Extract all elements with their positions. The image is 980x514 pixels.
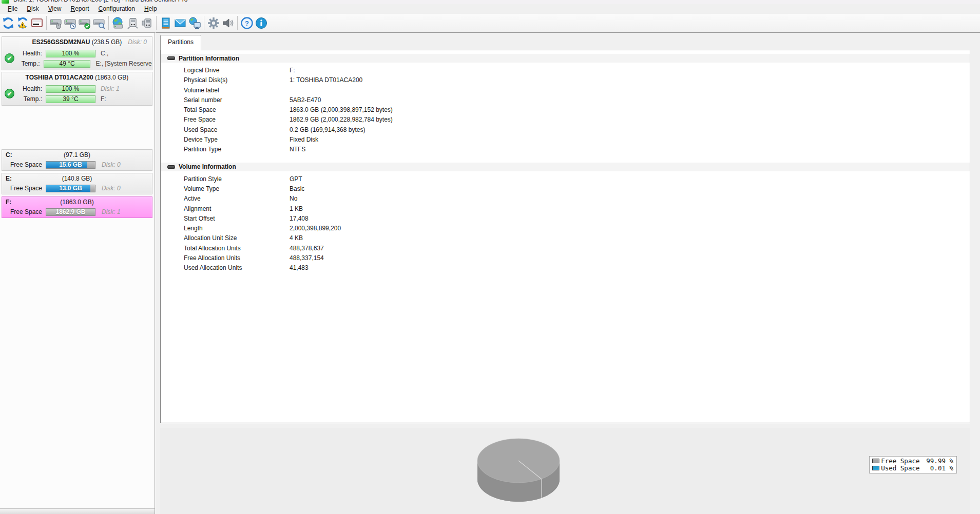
toolbar: ? xyxy=(0,14,980,32)
disk-drives: C:, xyxy=(101,50,108,57)
partition-drive: C: xyxy=(6,151,12,159)
partition-disk-number: Disk: 0 xyxy=(102,161,121,168)
free-space-bar: 13.0 GB xyxy=(46,185,95,192)
info-row: Used Space0.2 GB (169,914,368 bytes) xyxy=(161,125,970,135)
free-space-label: Free Space xyxy=(2,161,42,168)
disk-section-icon xyxy=(167,165,175,169)
legend-used-space: Used Space 0.01 % xyxy=(872,465,953,472)
partition-panel-e[interactable]: E: (140.8 GB) Free Space 13.0 GB Disk: 0 xyxy=(2,173,152,194)
info-row: Allocation Unit Size4 KB xyxy=(161,233,970,243)
legend-free-space: Free Space 99.99 % xyxy=(872,458,953,465)
sounds-icon[interactable] xyxy=(221,15,235,31)
disk-clock-icon[interactable] xyxy=(63,15,78,31)
info-row: Physical Disk(s)1: TOSHIBA DT01ACA200 xyxy=(161,75,970,85)
disk-display-icon[interactable] xyxy=(30,15,44,31)
section-partition-information: Partition Information Logical DriveF: Ph… xyxy=(161,54,970,155)
info-row: Logical DriveF: xyxy=(161,66,970,75)
disk-world-icon[interactable] xyxy=(111,15,125,31)
partition-info-panel: Partition Information Logical DriveF: Ph… xyxy=(160,50,970,423)
partition-panel-f[interactable]: F: (1863.0 GB) Free Space 1862.9 GB Disk… xyxy=(2,196,152,218)
menu-view[interactable]: View xyxy=(44,5,66,13)
free-space-bar: 1862.9 GB xyxy=(46,208,95,216)
free-space-swatch xyxy=(872,459,879,463)
disk-number: Disk: 1 xyxy=(101,85,120,92)
partition-drive: E: xyxy=(6,175,12,182)
free-space-label: Free Space xyxy=(2,208,42,215)
info-row: Partition StyleGPT xyxy=(161,174,970,184)
partition-disk-number: Disk: 0 xyxy=(102,185,121,192)
tab-partitions[interactable]: Partitions xyxy=(160,35,201,50)
partition-size: (140.8 GB) xyxy=(2,175,152,182)
information-icon[interactable] xyxy=(254,15,268,31)
info-row: Serial number5AB2-E470 xyxy=(161,95,970,105)
info-row: Free Allocation Units488,337,154 xyxy=(161,253,970,263)
menu-disk[interactable]: Disk xyxy=(22,5,43,13)
toolbar-separator xyxy=(108,16,109,30)
disk-name: TOSHIBA DT01ACA200 xyxy=(26,74,93,81)
disk-panel-1[interactable]: TOSHIBA DT01ACA200 (1863.0 GB) ✔ Health:… xyxy=(2,72,152,106)
temp-bar: 49 °C xyxy=(44,60,91,68)
disk-accept-icon[interactable] xyxy=(78,15,92,31)
partition-panel-c[interactable]: C: (97.1 GB) Free Space 15.6 GB Disk: 0 xyxy=(2,149,152,171)
disk-connect-icon[interactable] xyxy=(125,15,140,31)
menu-report[interactable]: Report xyxy=(66,5,94,13)
refresh-icon[interactable] xyxy=(1,15,15,31)
app-window: Disk: 1, TOSHIBA DT01ACA200 [2 TB] - Har… xyxy=(0,0,980,514)
info-row: Alignment1 KB xyxy=(161,204,970,214)
disk-name: ES256GSSDM2NAU xyxy=(32,38,90,46)
info-row: Partition TypeNTFS xyxy=(161,145,970,154)
info-row: Free Space1862.9 GB (2,000,228,982,784 b… xyxy=(161,115,970,125)
info-row: Start Offset17,408 xyxy=(161,214,970,224)
temp-bar: 39 °C xyxy=(46,95,95,103)
info-row: ActiveNo xyxy=(161,194,970,204)
free-space-label: Free Space xyxy=(2,185,42,192)
menu-configuration[interactable]: Configuration xyxy=(94,5,140,13)
info-row: Volume label xyxy=(161,86,970,95)
health-bar: 100 % xyxy=(46,50,95,57)
analyse-warning-icon[interactable] xyxy=(15,15,30,31)
disk-drives: E:, [System Reserved xyxy=(95,60,152,67)
disk-size: (1863.0 GB) xyxy=(95,74,128,81)
email-icon[interactable] xyxy=(173,15,187,31)
disk-size: (238.5 GB) xyxy=(92,38,122,46)
menu-help[interactable]: Help xyxy=(140,5,162,13)
toolbar-separator xyxy=(156,16,157,30)
settings-gear-icon[interactable] xyxy=(206,15,221,31)
section-volume-information: Volume Information Partition StyleGPT Vo… xyxy=(161,163,970,273)
health-label: Health: xyxy=(2,50,42,57)
disk-select-icon[interactable] xyxy=(49,15,63,31)
report-icon[interactable] xyxy=(159,15,173,31)
temp-label: Temp.: xyxy=(2,60,40,67)
info-row: Device TypeFixed Disk xyxy=(161,135,970,145)
temp-label: Temp.: xyxy=(2,95,42,103)
menu-bar: File Disk View Report Configuration Help xyxy=(0,4,980,14)
info-row: Length2,000,398,899,200 xyxy=(161,224,970,233)
disk-eject-icon[interactable] xyxy=(140,15,154,31)
disk-title: ES256GSSDM2NAU (238.5 GB) Disk: 0 xyxy=(2,37,152,47)
sidebar: ES256GSSDM2NAU (238.5 GB) Disk: 0 ✔ Heal… xyxy=(0,32,155,514)
sidebar-bottom-scrollbar[interactable] xyxy=(0,508,155,514)
health-bar: 100 % xyxy=(46,85,95,93)
partition-disk-number: Disk: 1 xyxy=(102,208,121,215)
info-row: Total Space1863.0 GB (2,000,398,897,152 … xyxy=(161,105,970,115)
disk-search-icon[interactable] xyxy=(92,15,106,31)
title-bar: Disk: 1, TOSHIBA DT01ACA200 [2 TB] - Har… xyxy=(0,0,980,4)
help-icon[interactable]: ? xyxy=(240,15,254,31)
disk-panel-0[interactable]: ES256GSSDM2NAU (238.5 GB) Disk: 0 ✔ Heal… xyxy=(2,36,152,70)
disk-number: Disk: 0 xyxy=(128,38,147,46)
free-space-bar: 15.6 GB xyxy=(46,161,95,169)
info-row: Volume TypeBasic xyxy=(161,184,970,194)
section-title: Partition Information xyxy=(179,55,239,62)
used-space-swatch xyxy=(872,466,879,470)
partition-size: (97.1 GB) xyxy=(2,151,152,159)
app-icon xyxy=(2,0,9,4)
network-icon[interactable] xyxy=(187,15,202,31)
window-title: Disk: 1, TOSHIBA DT01ACA200 [2 TB] - Har… xyxy=(13,0,187,3)
health-label: Health: xyxy=(2,85,42,92)
pie-legend: Free Space 99.99 % Used Space 0.01 % xyxy=(869,456,957,473)
menu-file[interactable]: File xyxy=(3,5,22,13)
toolbar-separator xyxy=(46,16,47,30)
partition-size: (1863.0 GB) xyxy=(2,199,152,206)
disk-section-icon xyxy=(167,56,175,60)
info-row: Used Allocation Units41,483 xyxy=(161,263,970,273)
